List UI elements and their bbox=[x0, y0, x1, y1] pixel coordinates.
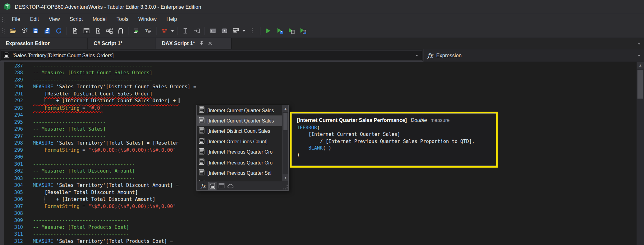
best-practice-icon[interactable] bbox=[159, 26, 169, 36]
intellisense-scrollbar[interactable]: ▲ ▼ bbox=[282, 105, 288, 181]
tabular-editor-window: DESKTOP-4FOPB60.AdventureWorks - Tabular… bbox=[0, 0, 644, 245]
text-cursor bbox=[179, 98, 179, 103]
line-content: + [Internet Total Discount Amount] bbox=[33, 196, 155, 203]
preview-window-icon[interactable] bbox=[81, 26, 91, 36]
menu-item-model[interactable]: Model bbox=[88, 15, 112, 24]
scrollbar-thumb[interactable] bbox=[637, 70, 643, 99]
combobox-tool-icon[interactable] bbox=[231, 26, 241, 36]
indent-guide bbox=[44, 98, 45, 105]
menu-item-tools[interactable]: Tools bbox=[112, 15, 133, 24]
menu-item-edit[interactable]: Edit bbox=[25, 15, 44, 24]
code-line[interactable]: 309--------------------------------- bbox=[0, 217, 637, 224]
code-line[interactable]: 287-------------------------------------… bbox=[0, 62, 637, 70]
calculator-icon bbox=[199, 106, 205, 114]
save-icon[interactable] bbox=[31, 26, 41, 36]
tab-close-icon[interactable] bbox=[208, 41, 212, 46]
intellisense-item-label: [Internet Previous Quarter Sal bbox=[207, 170, 271, 176]
editor-vertical-scrollbar[interactable]: ▲ bbox=[637, 62, 644, 245]
menu-item-view[interactable]: View bbox=[44, 15, 65, 24]
run-script-icon[interactable] bbox=[263, 26, 273, 36]
tab-c-script-1[interactable]: C# Script 1* bbox=[88, 38, 156, 49]
popup-resize-grip[interactable] bbox=[284, 186, 288, 189]
code-line[interactable]: 311--------------------------------- bbox=[0, 231, 637, 238]
overflow-dots-icon[interactable] bbox=[247, 26, 257, 36]
textbox-icon[interactable] bbox=[208, 26, 218, 36]
line-content: ----------------------------------- bbox=[33, 175, 135, 182]
code-line[interactable]: 308 bbox=[0, 210, 637, 217]
scroll-up-icon[interactable]: ▲ bbox=[283, 105, 288, 112]
run-document-icon[interactable] bbox=[286, 26, 296, 36]
tab-dax-script-1[interactable]: DAX Script 1* bbox=[156, 38, 232, 49]
menu-item-window[interactable]: Window bbox=[133, 15, 161, 24]
caret-down-icon[interactable] bbox=[242, 26, 246, 36]
filter-cloud-button[interactable] bbox=[226, 182, 234, 190]
filter-table-button[interactable] bbox=[217, 182, 225, 190]
line-content: FormatString = "\$#,0.00;(\$#,0.00);\$#,… bbox=[33, 203, 176, 210]
line-content: -- Measure: [Total Discount Amount] bbox=[33, 168, 135, 175]
intellisense-item-selected[interactable]: [Internet Current Quarter Sales bbox=[197, 116, 282, 126]
refresh-icon[interactable] bbox=[54, 26, 64, 36]
import-data-icon[interactable] bbox=[192, 26, 202, 36]
tab-pin-icon[interactable] bbox=[199, 41, 204, 46]
deploy-cube-icon[interactable] bbox=[19, 26, 29, 36]
new-document-icon[interactable] bbox=[70, 26, 80, 36]
code-line[interactable]: 302-- Measure: [Total Discount Amount] bbox=[0, 168, 637, 175]
open-folder-icon[interactable] bbox=[8, 26, 18, 36]
menu-item-help[interactable]: Help bbox=[162, 15, 182, 24]
dax-code-editor[interactable]: 287-------------------------------------… bbox=[0, 62, 644, 245]
code-line[interactable]: 293 FormatString = "#,0" bbox=[0, 104, 637, 112]
line-number: 309 bbox=[4, 217, 23, 224]
code-line[interactable]: 304MEASURE 'Sales Territory'[Total Disco… bbox=[0, 182, 637, 189]
scroll-down-icon[interactable]: ▼ bbox=[283, 174, 288, 181]
toolbar-drag-handle[interactable] bbox=[2, 28, 5, 34]
code-line[interactable]: 289-------------------------------------… bbox=[0, 76, 637, 84]
script-help-icon[interactable]: ? bbox=[143, 26, 153, 36]
filter-fx-button[interactable]: ƒx bbox=[199, 182, 207, 190]
code-line[interactable]: 306 + [Internet Total Discount Amount] bbox=[0, 196, 637, 203]
column-select-icon[interactable] bbox=[180, 26, 190, 36]
code-line[interactable]: 312MEASURE 'Sales Territory'[Total Produ… bbox=[0, 238, 637, 245]
line-content: ----------------------------------- bbox=[33, 161, 135, 168]
measure-selector-combobox[interactable]: 'Sales Territory'[Distinct Count Sales O… bbox=[1, 50, 422, 61]
line-content: ----------------------------------------… bbox=[33, 76, 153, 84]
combobox-dropdown-icon[interactable] bbox=[414, 53, 419, 58]
intellisense-item[interactable]: [Internet Previous Quarter Sal bbox=[197, 168, 282, 178]
filter-calculator-button[interactable] bbox=[208, 182, 216, 190]
find-document-icon[interactable] bbox=[93, 26, 103, 36]
code-line[interactable]: 310-- Measure: [Total Products Cost] bbox=[0, 224, 637, 231]
scroll-up-icon[interactable]: ▲ bbox=[637, 62, 643, 69]
intellisense-item[interactable]: [Internet Current Quarter Sales bbox=[197, 105, 282, 116]
line-number: 301 bbox=[4, 161, 23, 168]
snippet-icon[interactable] bbox=[116, 26, 126, 36]
hierarchy-icon[interactable] bbox=[104, 26, 114, 36]
code-line[interactable]: 307 FormatString = "\$#,0.00;(\$#,0.00);… bbox=[0, 203, 637, 210]
save-all-icon[interactable] bbox=[42, 26, 52, 36]
line-number: 303 bbox=[4, 175, 23, 182]
code-line[interactable]: 288-- Measure: [Distinct Count Sales Ord… bbox=[0, 69, 637, 76]
code-line[interactable]: 303----------------------------------- bbox=[0, 175, 637, 182]
expression-panel-title: Expression bbox=[436, 53, 637, 58]
scrollbar-thumb[interactable] bbox=[283, 113, 288, 130]
code-line[interactable]: 305 [Reseller Total Discount Amount] bbox=[0, 189, 637, 196]
intellisense-item[interactable]: [Internet Order Lines Count] bbox=[197, 136, 282, 147]
tab-overflow-chevron-icon[interactable] bbox=[637, 41, 642, 48]
panel-menu-chevron-icon[interactable] bbox=[637, 53, 642, 58]
tab-expression-editor[interactable]: Expression Editor bbox=[0, 38, 88, 49]
menu-item-script[interactable]: Script bbox=[65, 15, 88, 24]
line-number: 306 bbox=[4, 196, 23, 203]
run-save-icon[interactable] bbox=[275, 26, 285, 36]
code-line[interactable]: 292 + [Internet Distinct Count Sales Ord… bbox=[0, 98, 637, 105]
format-script-icon[interactable] bbox=[132, 26, 142, 36]
code-line[interactable]: 291 [Reseller Distinct Count Sales Order… bbox=[0, 90, 637, 98]
code-line[interactable]: 290MEASURE 'Sales Territory'[Distinct Co… bbox=[0, 84, 637, 91]
caret-down-icon[interactable] bbox=[170, 26, 175, 36]
intellisense-item[interactable]: [Internet Distinct Count Sales bbox=[197, 126, 282, 136]
messagebox-icon[interactable] bbox=[219, 26, 229, 36]
menu-drag-handle[interactable] bbox=[2, 16, 5, 22]
tab-label: Expression Editor bbox=[6, 40, 49, 46]
menu-item-file[interactable]: File bbox=[7, 15, 25, 24]
run-export-icon[interactable] bbox=[298, 26, 308, 36]
intellisense-item[interactable]: [Internet Previous Quarter Gro bbox=[197, 147, 282, 157]
calculator-icon bbox=[199, 138, 205, 146]
intellisense-item[interactable]: [Internet Previous Quarter Gro bbox=[197, 157, 282, 168]
